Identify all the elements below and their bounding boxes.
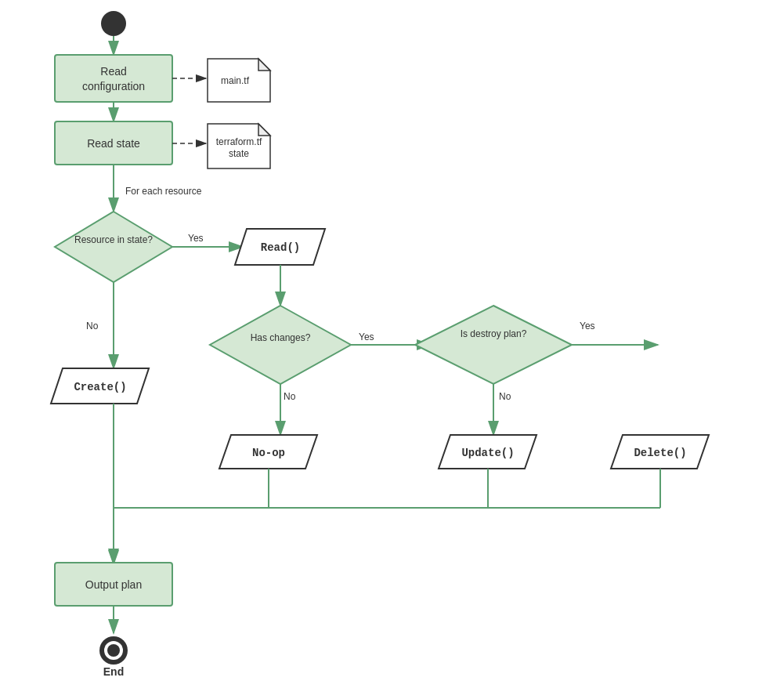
end-node-core [107, 644, 120, 657]
for-each-label: For each resource [125, 186, 202, 197]
has-changes-node [210, 306, 351, 384]
read-fn-label: Read() [261, 241, 300, 254]
read-config-label2: configuration [82, 80, 145, 92]
no-label-resource: No [86, 321, 99, 331]
update-fn-label: Update() [461, 447, 514, 459]
no-label-haschanges: No [284, 391, 296, 402]
read-config-node [55, 55, 172, 102]
yes-label-haschanges: Yes [359, 331, 374, 342]
main-tf-label: main.tf [221, 75, 250, 86]
main-tf-fold [258, 59, 270, 71]
tf-state-label2: state [229, 148, 249, 159]
delete-fn-label: Delete() [634, 447, 686, 459]
create-fn-label: Create() [74, 381, 126, 393]
start-node [101, 11, 126, 36]
is-destroy-label1: Is destroy plan? [461, 328, 527, 339]
resource-in-state-node [55, 212, 172, 282]
read-config-label: Read [100, 65, 126, 78]
output-plan-label: Output plan [85, 578, 142, 591]
is-destroy-node [415, 306, 572, 384]
yes-label-resource: Yes [188, 233, 204, 244]
tf-state-label1: terraform.tf [216, 136, 262, 147]
noop-label: No-op [252, 447, 285, 459]
no-label-isdestroy: No [499, 391, 511, 402]
end-label: End [103, 665, 124, 678]
read-state-label: Read state [87, 137, 140, 150]
has-changes-label: Has changes? [251, 332, 311, 343]
arrow-noop-output [114, 469, 269, 564]
tf-state-fold [258, 124, 270, 136]
resource-in-state-label1: Resource in state? [74, 234, 153, 245]
yes-label-isdestroy: Yes [580, 321, 595, 331]
